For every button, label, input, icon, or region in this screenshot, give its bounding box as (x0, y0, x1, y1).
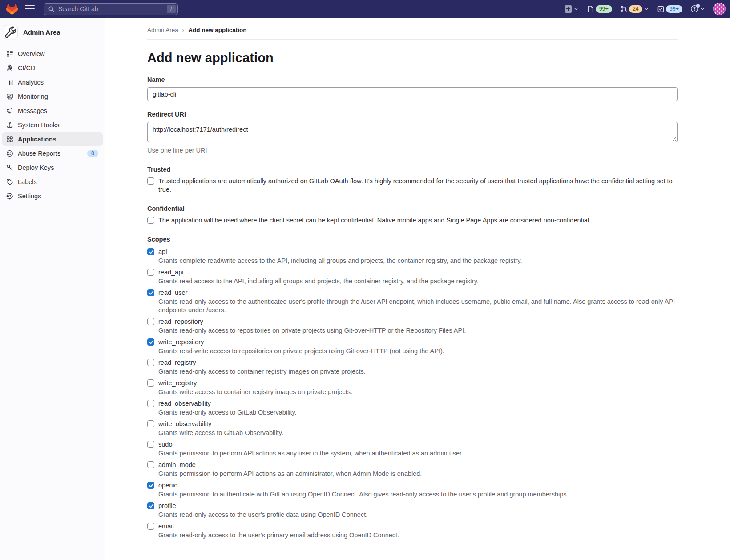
breadcrumb-admin-area-link[interactable]: Admin Area (147, 27, 178, 33)
sidebar-item-label: System Hooks (18, 121, 59, 129)
scope-admin_mode: admin_mode Grants permission to perform … (147, 460, 678, 478)
scope-admin_mode-checkbox[interactable] (147, 461, 154, 468)
sidebar-item-label: Labels (18, 178, 37, 185)
breadcrumb-divider (147, 39, 678, 40)
sidebar-item-monitoring[interactable]: Monitoring (2, 89, 103, 103)
plus-icon (565, 5, 572, 13)
chevron-right-icon: › (182, 27, 184, 33)
scope-description: Grants read-only access to the user's pr… (158, 511, 678, 519)
scope-read_user: read_user Grants read-only access to the… (147, 288, 678, 314)
scopes-field-group: Scopes api Grants complete read/write ac… (147, 236, 678, 540)
scope-name: read_user (158, 289, 187, 296)
sidebar-item-messages[interactable]: Messages (2, 104, 103, 117)
redirect-uri-field-group: Redirect URI http://localhost:7171/auth/… (147, 111, 678, 154)
sidebar-item-analytics[interactable]: Analytics (2, 75, 103, 89)
scope-read_repository: read_repository Grants read-only access … (147, 317, 678, 335)
confidential-checkbox[interactable] (147, 217, 154, 224)
todos-button[interactable]: 99+ (657, 5, 682, 13)
scope-sudo-checkbox[interactable] (147, 441, 154, 448)
trusted-field-group: Trusted Trusted applications are automat… (147, 166, 678, 194)
sidebar-item-settings[interactable]: Settings (2, 189, 103, 203)
scope-name: profile (158, 502, 176, 509)
sidebar-item-label: Overview (18, 50, 44, 57)
scope-description: Grants read access to the API, including… (158, 277, 678, 286)
merge-requests-button[interactable]: 24 (620, 5, 649, 13)
scope-read_api-checkbox[interactable] (147, 269, 154, 276)
search-bar[interactable]: / (44, 3, 178, 15)
confidential-label: Confidential (147, 205, 678, 212)
user-avatar[interactable] (713, 3, 726, 15)
merge-requests-count-badge: 24 (629, 5, 642, 13)
scope-description: Grants read-only access to GitLab Observ… (158, 408, 678, 417)
sidebar-item-label: Messages (18, 107, 47, 114)
search-input[interactable] (58, 5, 167, 12)
help-menu-button[interactable] (690, 5, 705, 13)
scope-api-checkbox[interactable] (147, 248, 154, 255)
issues-icon (587, 5, 594, 13)
issues-button[interactable]: 99+ (587, 5, 612, 13)
scope-description: Grants read-only access to repositories … (158, 326, 678, 335)
sidebar-item-label: Monitoring (18, 93, 48, 100)
scope-write_registry-checkbox[interactable] (147, 379, 154, 387)
scope-openid: openid Grants permission to authenticate… (147, 480, 678, 499)
scope-read_repository-checkbox[interactable] (147, 318, 154, 325)
scope-email-checkbox[interactable] (147, 523, 154, 530)
scope-write_repository: write_repository Grants read-write acces… (147, 337, 678, 355)
system-hooks-icon (6, 121, 13, 129)
scope-name: read_observability (158, 400, 211, 407)
scope-write_observability-checkbox[interactable] (147, 420, 154, 427)
scope-profile-checkbox[interactable] (147, 502, 154, 509)
scope-name: read_registry (158, 359, 196, 366)
todos-count-badge: 99+ (666, 5, 682, 13)
scope-read_registry-checkbox[interactable] (147, 359, 154, 366)
trusted-description: Trusted applications are automatically a… (158, 177, 678, 194)
scope-write_observability: write_observability Grants write access … (147, 419, 678, 437)
scope-write_repository-checkbox[interactable] (147, 338, 154, 346)
confidential-description: The application will be used where the c… (158, 216, 591, 225)
sidebar-item-overview[interactable]: Overview (2, 47, 103, 60)
notification-dot (696, 4, 700, 8)
sidebar-item-label: Settings (18, 193, 41, 200)
messages-icon (6, 107, 13, 114)
scope-read_observability-checkbox[interactable] (147, 400, 154, 407)
sidebar-item-label: Analytics (18, 79, 44, 86)
merge-request-icon (620, 5, 628, 13)
name-input[interactable] (147, 87, 678, 101)
scope-name: write_registry (158, 379, 197, 387)
scope-read_user-checkbox[interactable] (147, 289, 154, 296)
admin-sidebar: Admin Area Overview CI/CD Analytics Moni… (0, 18, 105, 560)
scope-write_registry: write_registry Grants write access to co… (147, 378, 678, 396)
sidebar-item-label: Abuse Reports (18, 150, 60, 157)
scope-description: Grants read-only access to the user's pr… (158, 531, 678, 540)
monitoring-icon (6, 93, 13, 100)
gitlab-logo-icon[interactable] (6, 4, 18, 15)
sidebar-item-applications[interactable]: Applications (2, 132, 103, 146)
sidebar-item-system-hooks[interactable]: System Hooks (2, 118, 103, 132)
settings-icon (6, 193, 13, 200)
scope-description: Grants read-only access to the authentic… (158, 298, 678, 314)
new-menu-button[interactable] (565, 5, 579, 13)
trusted-checkbox[interactable] (147, 177, 154, 185)
sidebar-item-count-badge: 0 (87, 150, 98, 157)
scope-name: sudo (158, 441, 172, 448)
abuse-reports-icon (6, 150, 13, 157)
sidebar-item-deploy-keys[interactable]: Deploy Keys (2, 161, 103, 174)
scope-description: Grants permission to authenticate with G… (158, 490, 678, 499)
deploy-keys-icon (6, 164, 13, 171)
chevron-down-icon (573, 6, 579, 12)
scope-profile: profile Grants read-only access to the u… (147, 501, 678, 519)
sidebar-item-abuse-reports[interactable]: Abuse Reports 0 (2, 146, 103, 160)
scope-sudo: sudo Grants permission to perform API ac… (147, 439, 678, 458)
redirect-uri-textarea[interactable]: http://localhost:7171/auth/redirect (147, 122, 678, 142)
sidebar-item-labels[interactable]: Labels (2, 175, 103, 189)
name-label: Name (147, 76, 678, 83)
menu-hamburger-icon[interactable] (25, 5, 35, 12)
scope-openid-checkbox[interactable] (147, 482, 154, 489)
applications-icon (6, 136, 13, 143)
scope-description: Grants write access to GitLab Observabil… (158, 429, 678, 437)
sidebar-header[interactable]: Admin Area (0, 22, 105, 46)
breadcrumb: Admin Area › Add new application (147, 27, 678, 33)
scope-read_registry: read_registry Grants read-only access to… (147, 358, 678, 376)
name-field-group: Name (147, 76, 678, 101)
sidebar-item-ci-cd[interactable]: CI/CD (2, 61, 103, 75)
